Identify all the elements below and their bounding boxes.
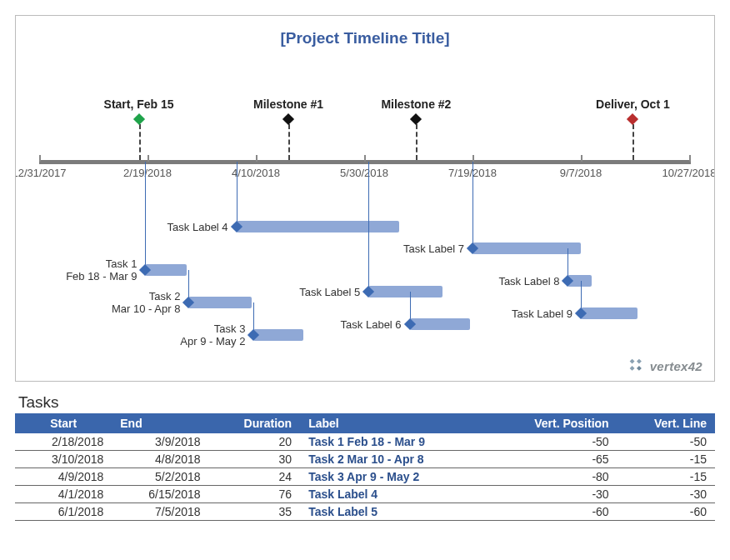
axis-tick-label: 4/10/2018 bbox=[232, 167, 280, 179]
axis-tick bbox=[689, 155, 691, 162]
table-cell: 4/1/2018 bbox=[15, 486, 112, 503]
milestone-marker-icon bbox=[282, 113, 294, 125]
task-bar bbox=[581, 308, 638, 319]
task-label: Task 1Feb 18 - Mar 9 bbox=[66, 258, 143, 282]
task-label: Task Label 4 bbox=[168, 221, 235, 233]
brand-logo: vertex42 bbox=[628, 358, 702, 374]
tasks-table-title: Tasks bbox=[15, 393, 715, 413]
table-cell: 76 bbox=[209, 486, 301, 503]
task-bar bbox=[237, 221, 399, 232]
col-start: Start bbox=[15, 413, 112, 433]
table-row: 2/18/20183/9/201820Task 1 Feb 18 - Mar 9… bbox=[15, 433, 715, 451]
svg-rect-2 bbox=[629, 366, 634, 371]
table-cell: -15 bbox=[618, 451, 715, 468]
task-bar bbox=[145, 264, 186, 276]
table-cell: Task 3 Apr 9 - May 2 bbox=[300, 468, 488, 486]
chart-title: [Project Timeline Title] bbox=[39, 29, 691, 48]
milestone-drop-line bbox=[288, 124, 290, 160]
task-bar bbox=[188, 297, 251, 308]
chart-plot-area: 12/31/20172/19/20184/10/20185/30/20187/1… bbox=[39, 72, 691, 381]
table-cell: -65 bbox=[488, 451, 618, 468]
milestone-marker-icon bbox=[410, 113, 422, 125]
table-cell: 4/9/2018 bbox=[15, 468, 112, 486]
table-cell: -50 bbox=[618, 433, 715, 451]
table-cell: 35 bbox=[209, 503, 301, 521]
table-cell: 24 bbox=[209, 468, 301, 486]
axis-tick-label: 5/30/2018 bbox=[340, 167, 388, 179]
task-label: Task 3Apr 9 - May 2 bbox=[180, 322, 252, 348]
table-cell: 3/10/2018 bbox=[15, 451, 112, 468]
col-vpos: Vert. Position bbox=[488, 413, 618, 433]
table-cell: -15 bbox=[618, 468, 715, 486]
svg-rect-0 bbox=[629, 359, 634, 364]
brand-text: vertex42 bbox=[650, 359, 702, 373]
table-cell: -60 bbox=[488, 503, 618, 521]
milestone-drop-line bbox=[139, 124, 141, 160]
table-cell: -30 bbox=[618, 486, 715, 503]
task-label: Task Label 5 bbox=[299, 286, 367, 298]
task-label: Task Label 9 bbox=[512, 308, 579, 320]
table-row: 4/1/20186/15/201876Task Label 4-30-30 bbox=[15, 486, 715, 503]
milestone-drop-line bbox=[416, 124, 418, 160]
axis-tick bbox=[364, 155, 366, 162]
axis-tick-label: 12/31/2017 bbox=[15, 167, 67, 179]
axis-tick bbox=[39, 155, 41, 162]
table-cell: 3/9/2018 bbox=[112, 433, 208, 451]
table-cell: Task 2 Mar 10 - Apr 8 bbox=[300, 451, 488, 468]
milestone-drop-line bbox=[632, 124, 634, 160]
timeline-chart: [Project Timeline Title] 12/31/20172/19/… bbox=[15, 15, 715, 382]
table-cell: 4/8/2018 bbox=[112, 451, 208, 468]
task-bar bbox=[472, 242, 581, 254]
tasks-table-header: Start End Duration Label Vert. Position … bbox=[15, 413, 715, 433]
table-cell: 20 bbox=[209, 433, 301, 451]
table-cell: 30 bbox=[209, 451, 301, 468]
col-duration: Duration bbox=[209, 413, 301, 433]
axis-tick-label: 9/7/2018 bbox=[560, 167, 602, 179]
tasks-table: Start End Duration Label Vert. Position … bbox=[15, 413, 715, 521]
svg-rect-3 bbox=[637, 366, 642, 371]
table-cell: Task Label 4 bbox=[300, 486, 488, 503]
milestone-label: Milestone #2 bbox=[381, 98, 451, 111]
axis-tick bbox=[581, 155, 582, 162]
svg-rect-1 bbox=[637, 359, 642, 364]
milestone-marker-icon bbox=[133, 113, 145, 125]
milestone-label: Deliver, Oct 1 bbox=[596, 98, 670, 111]
milestone-label: Start, Feb 15 bbox=[104, 98, 174, 111]
brand-icon bbox=[628, 358, 645, 374]
task-label: Task Label 6 bbox=[341, 318, 408, 331]
axis-tick-label: 10/27/2018 bbox=[662, 167, 715, 179]
tasks-table-section: Tasks Start End Duration Label Vert. Pos… bbox=[15, 393, 715, 521]
table-cell: Task 1 Feb 18 - Mar 9 bbox=[300, 433, 488, 451]
table-row: 4/9/20185/2/201824Task 3 Apr 9 - May 2-8… bbox=[15, 468, 715, 486]
table-cell: -30 bbox=[488, 486, 618, 503]
milestone-marker-icon bbox=[627, 113, 638, 125]
task-drop-line bbox=[237, 162, 238, 227]
task-bar bbox=[410, 318, 471, 330]
col-label: Label bbox=[300, 413, 488, 433]
table-cell: -60 bbox=[618, 503, 715, 521]
table-cell: Task Label 5 bbox=[300, 503, 488, 521]
table-cell: 6/1/2018 bbox=[15, 503, 112, 521]
table-row: 6/1/20187/5/201835Task Label 5-60-60 bbox=[15, 503, 715, 521]
task-label: Task Label 8 bbox=[498, 275, 566, 288]
axis-tick bbox=[256, 155, 258, 162]
table-cell: 2/18/2018 bbox=[15, 433, 112, 451]
table-cell: 5/2/2018 bbox=[112, 468, 208, 486]
task-drop-line bbox=[472, 162, 473, 248]
task-label: Task Label 7 bbox=[403, 242, 471, 255]
task-drop-line bbox=[145, 162, 146, 270]
task-bar bbox=[368, 286, 442, 298]
table-cell: 6/15/2018 bbox=[112, 486, 208, 503]
table-cell: -80 bbox=[488, 468, 618, 486]
task-drop-line bbox=[368, 162, 369, 292]
milestone-label: Milestone #1 bbox=[253, 98, 323, 111]
axis-tick-label: 2/19/2018 bbox=[123, 167, 172, 179]
table-cell: 7/5/2018 bbox=[112, 503, 208, 521]
table-row: 3/10/20184/8/201830Task 2 Mar 10 - Apr 8… bbox=[15, 451, 715, 468]
task-bar bbox=[253, 329, 303, 341]
table-cell: -50 bbox=[488, 433, 618, 451]
task-label: Task 2Mar 10 - Apr 8 bbox=[112, 290, 187, 315]
col-end: End bbox=[112, 413, 208, 433]
axis-tick bbox=[472, 155, 474, 162]
axis-tick bbox=[148, 155, 149, 162]
